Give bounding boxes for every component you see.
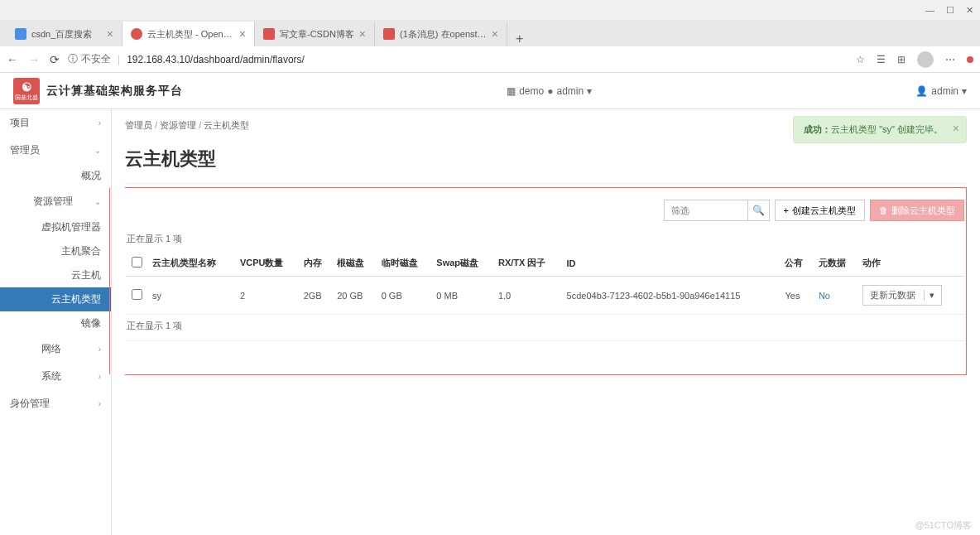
tab-title: csdn_百度搜索 [31, 28, 102, 41]
sidebar-item-flavors[interactable]: 云主机类型 [0, 287, 111, 311]
user-icon: 👤 [915, 85, 928, 97]
cell-eph: 0 GB [377, 277, 432, 315]
sidebar-item-images[interactable]: 镜像 [0, 311, 111, 335]
insecure-icon: ⓘ 不安全 [68, 52, 111, 66]
col-public[interactable]: 公有 [780, 250, 813, 277]
sidebar-item-overview[interactable]: 概况 [0, 164, 111, 188]
address-bar[interactable]: ⓘ 不安全 | 192.168.43.10/dashboard/admin/fl… [68, 52, 848, 66]
bullet-icon: ● [547, 85, 553, 97]
cell-mem: 2GB [299, 277, 332, 315]
page-title: 云主机类型 [125, 142, 967, 184]
chevron-down-icon: ⌄ [94, 197, 101, 206]
cell-meta-link[interactable]: No [814, 277, 858, 315]
sidebar-item-project[interactable]: 项目› [0, 109, 111, 137]
col-name[interactable]: 云主机类型名称 [147, 250, 235, 277]
tab-close-icon[interactable]: × [492, 27, 498, 41]
sidebar-item-hypervisor[interactable]: 虚拟机管理器 [0, 215, 111, 239]
delete-flavor-button[interactable]: 🗑删除云主机类型 [870, 200, 964, 221]
col-eph[interactable]: 临时磁盘 [377, 250, 432, 277]
sidebar-item-aggregates[interactable]: 主机聚合 [0, 239, 111, 263]
back-icon[interactable]: ← [7, 53, 18, 66]
cell-swap: 0 MB [431, 277, 493, 315]
sidebar-item-network[interactable]: 网络› [0, 335, 111, 363]
sidebar-item-resource[interactable]: 资源管理⌄ [0, 188, 111, 215]
chevron-right-icon: › [98, 399, 101, 408]
success-alert: 成功：云主机类型 "sy" 创建完毕。 × [793, 116, 967, 143]
chevron-down-icon: ▾ [587, 85, 592, 97]
sidebar: 项目› 管理员⌄ 概况 资源管理⌄ 虚拟机管理器 主机聚合 云主机 云主机类型 … [0, 109, 112, 535]
close-window-icon[interactable]: ✕ [966, 5, 973, 16]
row-checkbox[interactable] [132, 289, 142, 300]
showing-count-top: 正在显示 1 项 [127, 228, 964, 250]
watermark: @51CTO博客 [915, 519, 972, 532]
sidebar-item-admin[interactable]: 管理员⌄ [0, 137, 111, 164]
col-meta[interactable]: 元数据 [814, 250, 858, 277]
browser-tab[interactable]: csdn_百度搜索 × [7, 22, 122, 46]
cell-public: Yes [780, 277, 813, 315]
cell-name: sy [147, 277, 235, 315]
folder-icon: ▦ [507, 85, 516, 97]
sidebar-item-instances[interactable]: 云主机 [0, 263, 111, 287]
tab-close-icon[interactable]: × [107, 27, 113, 41]
chevron-right-icon: › [98, 372, 101, 381]
col-swap[interactable]: Swap磁盘 [431, 250, 493, 277]
flavors-table: 云主机类型名称 VCPU数量 内存 根磁盘 临时磁盘 Swap磁盘 RX/TX … [127, 250, 964, 315]
maximize-icon[interactable]: ☐ [946, 5, 954, 16]
minimize-icon[interactable]: — [925, 5, 934, 16]
cell-rxtx: 1.0 [493, 277, 562, 315]
plus-icon: + [784, 205, 789, 215]
browser-tab[interactable]: 云主机类型 - OpenStack Dashbo × [122, 22, 255, 46]
app-title: 云计算基础架构服务平台 [46, 84, 183, 99]
chevron-down-icon: ⌄ [94, 146, 101, 155]
profile-avatar[interactable] [917, 51, 934, 68]
bookmarks-icon[interactable]: ☰ [877, 54, 886, 65]
browser-tab-bar: csdn_百度搜索 × 云主机类型 - OpenStack Dashbo × 写… [0, 20, 980, 46]
filter-input[interactable] [665, 205, 747, 215]
refresh-icon[interactable]: ⟳ [50, 53, 60, 66]
tab-title: 云主机类型 - OpenStack Dashbo [147, 28, 234, 41]
col-id[interactable]: ID [562, 250, 781, 277]
app-header: ☯ 国基北盛 云计算基础架构服务平台 ▦ demo ● admin ▾ 👤 ad… [0, 73, 980, 109]
chevron-right-icon: › [98, 345, 101, 354]
table-row: sy 2 2GB 20 GB 0 GB 0 MB 1.0 5cde04b3-71… [127, 277, 964, 315]
col-action: 动作 [858, 250, 964, 277]
sidebar-item-identity[interactable]: 身份管理› [0, 390, 111, 417]
create-flavor-button[interactable]: +创建云主机类型 [775, 200, 865, 221]
forward-icon[interactable]: → [28, 53, 40, 66]
row-action-button[interactable]: 更新元数据 ▾ [862, 285, 942, 306]
cell-id: 5cde04b3-7123-4602-b5b1-90a946e14115 [562, 277, 781, 315]
showing-count-bottom: 正在显示 1 项 [127, 315, 964, 341]
browser-tab[interactable]: 写文章-CSDN博客 × [255, 22, 375, 46]
col-vcpu[interactable]: VCPU数量 [235, 250, 299, 277]
favicon-icon [15, 28, 26, 40]
tab-title: 写文章-CSDN博客 [280, 28, 354, 41]
chevron-right-icon: › [98, 118, 101, 128]
user-menu[interactable]: 👤 admin ▾ [915, 85, 967, 97]
search-icon[interactable]: 🔍 [747, 200, 769, 220]
select-all-checkbox[interactable] [132, 257, 142, 268]
extension-icon[interactable]: ⊞ [897, 54, 906, 65]
star-icon[interactable]: ☆ [856, 54, 865, 65]
col-rxtx[interactable]: RX/TX 因子 [493, 250, 562, 277]
main-content: 成功：云主机类型 "sy" 创建完毕。 × 管理员 / 资源管理 / 云主机类型… [112, 109, 980, 535]
action-bar: 🔍 +创建云主机类型 🗑删除云主机类型 [127, 188, 964, 228]
tab-close-icon[interactable]: × [239, 27, 246, 41]
alert-close-icon[interactable]: × [953, 122, 959, 135]
project-selector[interactable]: ▦ demo ● admin ▾ [507, 85, 592, 97]
tab-close-icon[interactable]: × [359, 27, 366, 41]
cell-vcpu: 2 [235, 277, 299, 315]
favicon-icon [263, 28, 275, 40]
cell-root: 20 GB [332, 277, 377, 315]
menu-icon[interactable]: ⋯ [945, 54, 955, 65]
browser-nav-bar: ← → ⟳ ⓘ 不安全 | 192.168.43.10/dashboard/ad… [0, 46, 980, 73]
chevron-down-icon[interactable]: ▾ [924, 290, 934, 301]
browser-tab[interactable]: (1条消息) 在openstack云平台中 × [375, 22, 507, 46]
filter-box: 🔍 [664, 200, 770, 221]
col-root[interactable]: 根磁盘 [332, 250, 377, 277]
col-mem[interactable]: 内存 [299, 250, 332, 277]
sidebar-item-system[interactable]: 系统› [0, 363, 111, 390]
notification-dot-icon[interactable] [967, 56, 973, 63]
tab-title: (1条消息) 在openstack云平台中 [400, 28, 487, 41]
new-tab-button[interactable]: + [507, 31, 531, 46]
url-text: 192.168.43.10/dashboard/admin/flavors/ [127, 54, 305, 65]
